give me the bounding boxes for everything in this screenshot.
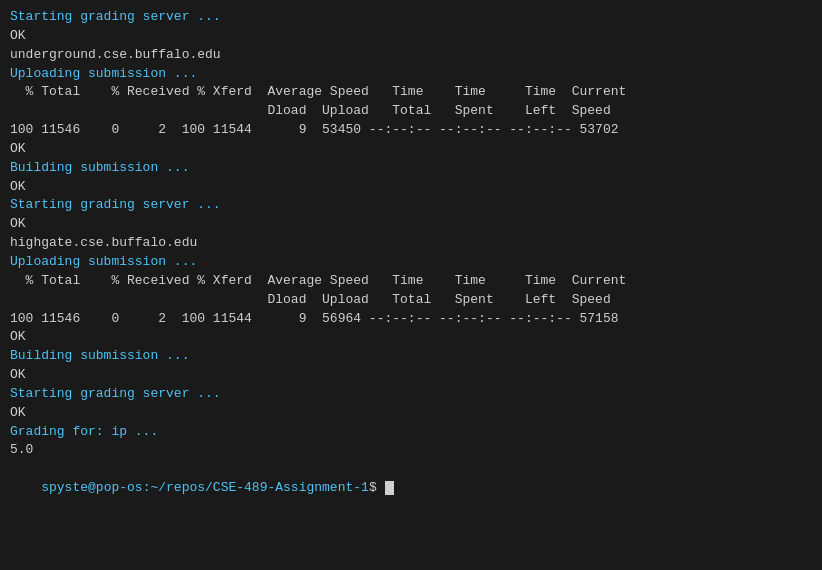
terminal-line: Starting grading server ... xyxy=(10,8,812,27)
prompt-line: spyste@pop-os:~/repos/CSE-489-Assignment… xyxy=(10,460,812,517)
terminal-line: OK xyxy=(10,178,812,197)
terminal-line: Dload Upload Total Spent Left Speed xyxy=(10,291,812,310)
terminal-line: Dload Upload Total Spent Left Speed xyxy=(10,102,812,121)
terminal-line: % Total % Received % Xferd Average Speed… xyxy=(10,83,812,102)
terminal-line: Grading for: ip ... xyxy=(10,423,812,442)
terminal-line: OK xyxy=(10,366,812,385)
terminal-line: 5.0 xyxy=(10,441,812,460)
cursor xyxy=(385,481,394,495)
terminal-line: % Total % Received % Xferd Average Speed… xyxy=(10,272,812,291)
terminal-line: OK xyxy=(10,27,812,46)
terminal-line: Uploading submission ... xyxy=(10,253,812,272)
terminal-line: highgate.cse.buffalo.edu xyxy=(10,234,812,253)
terminal-line: OK xyxy=(10,215,812,234)
terminal-line: OK xyxy=(10,404,812,423)
terminal-line: Uploading submission ... xyxy=(10,65,812,84)
terminal-line: underground.cse.buffalo.edu xyxy=(10,46,812,65)
terminal-line: OK xyxy=(10,140,812,159)
terminal-line: Building submission ... xyxy=(10,347,812,366)
prompt-path: ~/repos/CSE-489-Assignment-1 xyxy=(150,480,368,495)
terminal-line: Starting grading server ... xyxy=(10,385,812,404)
prompt-symbol: $ xyxy=(369,480,385,495)
terminal: Starting grading server ...OKunderground… xyxy=(10,8,812,562)
terminal-line: 100 11546 0 2 100 11544 9 53450 --:--:--… xyxy=(10,121,812,140)
terminal-line: Building submission ... xyxy=(10,159,812,178)
terminal-line: OK xyxy=(10,328,812,347)
terminal-line: Starting grading server ... xyxy=(10,196,812,215)
prompt-user: spyste@pop-os: xyxy=(41,480,150,495)
terminal-line: 100 11546 0 2 100 11544 9 56964 --:--:--… xyxy=(10,310,812,329)
